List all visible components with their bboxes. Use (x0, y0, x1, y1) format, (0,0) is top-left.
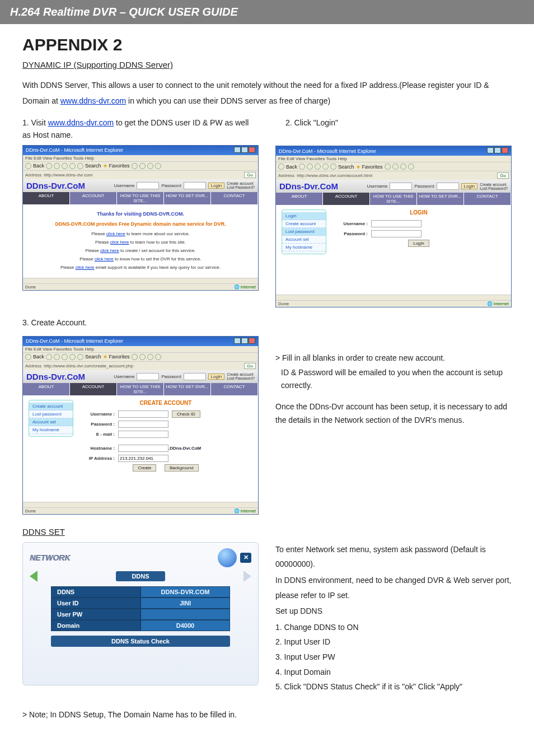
fwd-icon2[interactable] (299, 164, 305, 170)
mini-lost-link3[interactable]: Lost Password? (227, 376, 255, 380)
mini-user-input2[interactable] (390, 183, 412, 190)
nav2-contact[interactable]: CONTACT (464, 193, 511, 205)
mail-icon2[interactable] (400, 164, 406, 170)
intro-link[interactable]: www.ddns-dvr.com (60, 96, 126, 105)
step1-link[interactable]: www.ddns-dvr.com (48, 118, 114, 127)
mini-user-input[interactable] (137, 182, 159, 189)
nav3-howset[interactable]: HOW TO SET DVR... (164, 383, 211, 395)
media-icon3[interactable] (132, 354, 138, 360)
nav-account[interactable]: ACCOUNT (70, 192, 117, 204)
print-icon2[interactable] (408, 164, 414, 170)
nav2-howuse[interactable]: HOW TO USE THIS SITE... (370, 193, 417, 205)
create-button[interactable]: Create (133, 464, 156, 472)
ie-menu2[interactable]: File Edit View Favorites Tools Help (276, 156, 511, 162)
refresh-icon3[interactable] (62, 354, 68, 360)
mini-pass-input3[interactable] (184, 373, 206, 380)
stop-icon2[interactable] (307, 164, 313, 170)
window-controls[interactable] (233, 147, 255, 154)
mini-login-button3[interactable]: Login (208, 374, 225, 380)
side-acct[interactable]: Account set (282, 236, 326, 244)
scrollbar2[interactable] (276, 295, 511, 300)
row2-val[interactable] (140, 609, 230, 620)
side3-host[interactable]: My hostname (29, 426, 73, 434)
ie-toolbar[interactable]: Back Search ★Favorites (23, 162, 258, 171)
nav-howuse[interactable]: HOW TO USE THIS SITE... (117, 192, 164, 204)
l4-link[interactable]: click here (95, 256, 114, 262)
refresh-icon2[interactable] (315, 164, 321, 170)
media-icon[interactable] (132, 163, 138, 169)
ie-address-bar2[interactable]: Address http://www.ddns-dvr.com/account.… (276, 171, 511, 180)
ddns-tab[interactable]: DDNS (116, 571, 165, 581)
row0-val[interactable]: DDNS-DVR.COM (140, 586, 230, 598)
history-icon[interactable] (139, 163, 146, 169)
nav2-account[interactable]: ACCOUNT (323, 193, 370, 205)
create-user-input[interactable] (118, 410, 168, 418)
fwd-icon[interactable] (46, 163, 52, 169)
favorites-icon[interactable]: ★ (103, 163, 107, 169)
l1-link[interactable]: click here (106, 231, 125, 236)
search-icon[interactable] (77, 163, 83, 169)
stop-icon3[interactable] (54, 354, 60, 360)
print-icon[interactable] (155, 163, 161, 169)
l3-link[interactable]: click here (100, 248, 119, 253)
login-pass-input[interactable] (371, 230, 421, 237)
mail-icon[interactable] (147, 163, 153, 169)
refresh-icon[interactable] (62, 163, 68, 169)
home-icon[interactable] (69, 163, 76, 169)
window-controls3[interactable] (233, 338, 255, 345)
row1-val[interactable]: JINI (140, 598, 230, 609)
scrollbar3[interactable] (23, 502, 258, 507)
favorites-icon2[interactable]: ★ (356, 164, 360, 170)
go-button[interactable]: Go (244, 172, 256, 178)
create-pass-input[interactable] (118, 421, 168, 428)
nav3-howuse[interactable]: HOW TO USE THIS SITE... (117, 383, 164, 395)
row3-val[interactable]: D4000 (140, 620, 230, 631)
login-user-input[interactable] (371, 220, 421, 227)
fwd-icon3[interactable] (46, 354, 52, 360)
nav2-howset[interactable]: HOW TO SET DVR... (417, 193, 464, 205)
mini-create-link2[interactable]: Create account (480, 183, 508, 186)
history-icon2[interactable] (392, 164, 399, 170)
nav2-about[interactable]: ABOUT (276, 193, 323, 205)
mail-icon3[interactable] (147, 354, 153, 360)
mini-lost-link2[interactable]: Lost Password? (480, 186, 508, 190)
side-create[interactable]: Create account (282, 220, 326, 228)
mini-user-input3[interactable] (137, 373, 159, 380)
mini-create-link3[interactable]: Create account (227, 372, 255, 376)
go-button3[interactable]: Go (244, 363, 256, 369)
favorites-icon3[interactable]: ★ (103, 354, 107, 360)
side3-acct[interactable]: Account set (29, 418, 73, 426)
search-icon2[interactable] (330, 164, 336, 170)
ie-toolbar2[interactable]: Back Search ★Favorites (276, 162, 511, 171)
ie-menu3[interactable]: File Edit View Favorites Tools Help (23, 346, 258, 353)
ddns-status-check-button[interactable]: DDNS Status Check (51, 636, 230, 647)
ie-address-bar[interactable]: Address http://www.ddns-dvr.com Go (23, 171, 258, 179)
mini-login-button[interactable]: Login (208, 183, 225, 189)
home-icon3[interactable] (69, 354, 76, 360)
prev-icon[interactable] (30, 571, 38, 582)
background-button[interactable]: Background (165, 464, 199, 472)
mini-login-button2[interactable]: Login (461, 183, 478, 189)
back-icon2[interactable] (278, 164, 284, 170)
scrollbar[interactable] (23, 278, 258, 283)
login-submit[interactable]: Login (408, 240, 429, 247)
history-icon3[interactable] (139, 354, 146, 360)
nav3-account[interactable]: ACCOUNT (70, 383, 117, 395)
mini-lost-link[interactable]: Lost Password? (227, 185, 255, 189)
mini-pass-input[interactable] (184, 182, 206, 189)
window-controls2[interactable] (486, 147, 508, 155)
go-button2[interactable]: Go (497, 172, 509, 179)
side-lost[interactable]: Lost password (282, 228, 326, 236)
back-icon3[interactable] (25, 354, 31, 360)
nav-howset[interactable]: HOW TO SET DVR... (164, 192, 211, 204)
back-icon[interactable] (25, 163, 31, 169)
ie-menu[interactable]: File Edit View Favorites Tools Help (23, 155, 258, 162)
search-icon3[interactable] (77, 354, 83, 360)
mini-create-link[interactable]: Create account (227, 181, 255, 185)
side-login[interactable]: Login (282, 212, 326, 220)
media-icon2[interactable] (385, 164, 391, 170)
side3-lost[interactable]: Lost password (29, 410, 73, 418)
stop-icon[interactable] (54, 163, 60, 169)
nav3-about[interactable]: ABOUT (23, 383, 70, 395)
nav3-contact[interactable]: CONTACT (211, 383, 258, 395)
